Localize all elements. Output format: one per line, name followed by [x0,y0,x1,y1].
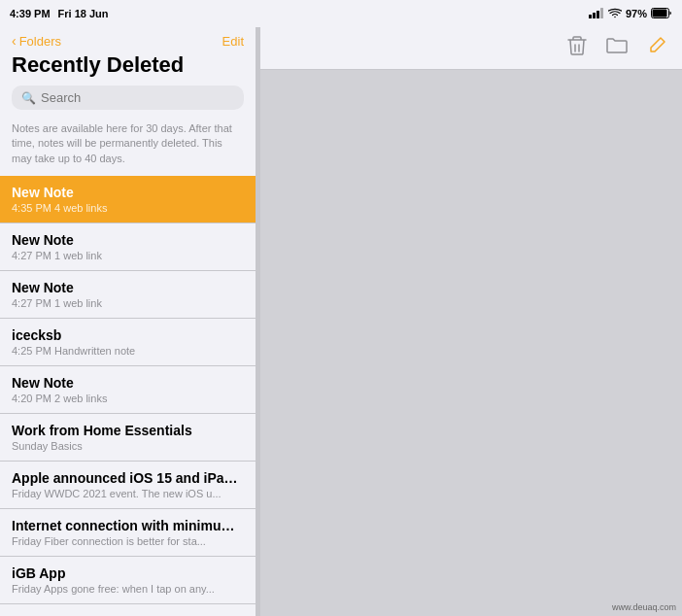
trash-icon[interactable] [567,35,587,61]
note-meta: Friday WWDC 2021 event. The new iOS u... [12,488,244,499]
content-body [260,70,682,616]
search-icon: 🔍 [21,91,36,105]
main-layout: ‹ Folders Edit Recently Deleted 🔍 Notes … [0,27,682,616]
content-area [260,27,682,616]
status-icons: 97% [589,8,672,20]
svg-rect-2 [597,11,599,18]
status-bar: 4:39 PM Fri 18 Jun 97% [0,0,682,27]
svg-rect-3 [600,8,603,18]
note-meta: 4:20 PM 2 web links [12,393,244,404]
status-date: Fri 18 Jun [58,8,109,19]
note-title: New Note [12,375,244,391]
wifi-icon [608,8,622,20]
note-item[interactable]: New Note4:27 PM 1 web link [0,271,256,319]
page-title: Recently Deleted [12,52,244,78]
note-item[interactable]: New Note4:35 PM 4 web links [0,176,256,223]
folder-icon[interactable] [606,37,628,59]
note-title: Apple announced iOS 15 and iPadO... [12,470,244,486]
back-chevron-icon: ‹ [12,33,17,49]
note-title: iGB App [12,565,244,581]
search-bar[interactable]: 🔍 [12,86,244,110]
note-item[interactable]: Apple announced iOS 15 and iPadO...Frida… [0,462,256,509]
note-title: Work from Home Essentials [12,423,244,438]
signal-icon [589,8,604,20]
sidebar-header: ‹ Folders Edit Recently Deleted 🔍 Notes … [0,27,256,176]
note-title: icecksb [12,327,244,343]
note-meta: 4:25 PM Handwritten note [12,345,244,357]
search-input[interactable] [41,90,234,105]
note-title: New Note [12,185,244,200]
note-meta: Friday Fiber connection is better for st… [12,535,244,547]
note-title: Internet connection with minimum 4... [12,518,244,533]
content-toolbar [260,27,682,70]
note-item[interactable]: New Note08/06/21 Handwritten note [0,604,256,616]
note-item[interactable]: iGB AppFriday Apps gone free: when I tap… [0,557,256,604]
note-meta: 4:27 PM 1 web link [12,250,244,261]
note-title: New Note [12,232,244,248]
battery-percentage: 97% [626,8,647,19]
compose-icon[interactable] [647,36,666,60]
back-label: Folders [19,34,61,49]
note-item[interactable]: New Note4:20 PM 2 web links [0,366,256,414]
sidebar: ‹ Folders Edit Recently Deleted 🔍 Notes … [0,27,256,616]
svg-rect-1 [593,13,596,18]
status-time: 4:39 PM [10,8,51,19]
note-item[interactable]: Internet connection with minimum 4...Fri… [0,509,256,557]
watermark: www.deuaq.com [612,602,676,612]
back-button[interactable]: ‹ Folders [12,33,61,49]
note-meta: Friday Apps gone free: when I tap on any… [12,583,244,595]
note-meta: 4:27 PM 1 web link [12,297,244,309]
note-item[interactable]: icecksb4:25 PM Handwritten note [0,319,256,366]
note-item[interactable]: New Note4:27 PM 1 web link [0,223,256,271]
info-text: Notes are available here for 30 days. Af… [12,118,244,172]
battery-icon [651,8,672,20]
svg-rect-5 [653,9,667,17]
note-title: New Note [12,280,244,295]
edit-button[interactable]: Edit [222,34,244,49]
note-meta: 4:35 PM 4 web links [12,202,244,214]
notes-list: New Note4:35 PM 4 web linksNew Note4:27 … [0,176,256,616]
svg-rect-0 [589,15,592,18]
nav-row: ‹ Folders Edit [12,33,244,49]
note-meta: Sunday Basics [12,440,244,452]
note-item[interactable]: Work from Home EssentialsSunday Basics [0,414,256,462]
